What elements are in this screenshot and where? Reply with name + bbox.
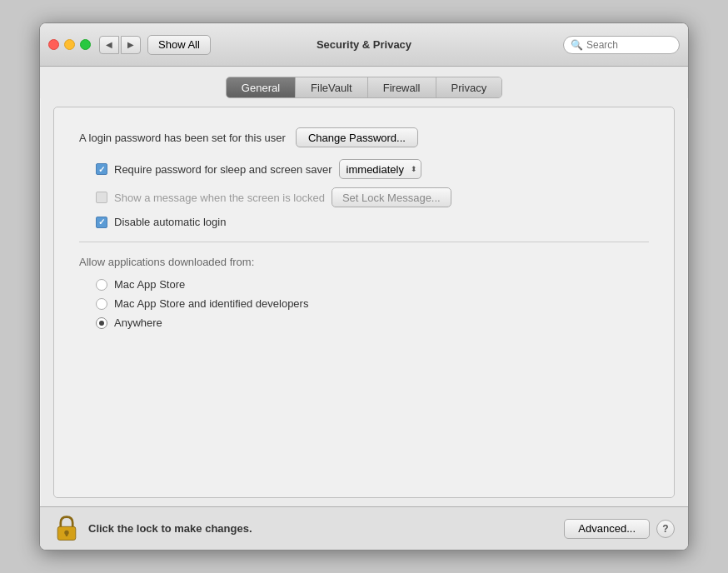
radio-mac-app-store-row: Mac App Store — [96, 278, 649, 291]
advanced-button[interactable]: Advanced... — [564, 519, 650, 539]
show-all-button[interactable]: Show All — [147, 35, 211, 55]
change-password-button[interactable]: Change Password... — [296, 127, 418, 147]
lock-message: Click the lock to make changes. — [88, 522, 564, 535]
back-button[interactable]: ◀ — [99, 36, 119, 54]
minimize-button[interactable] — [64, 39, 75, 50]
tab-general[interactable]: General — [227, 77, 296, 97]
window-title: Security & Privacy — [317, 38, 411, 51]
set-lock-message-button[interactable]: Set Lock Message... — [332, 187, 451, 207]
radio-mac-app-store[interactable] — [96, 279, 107, 291]
password-section: A login password has been set for this u… — [79, 127, 649, 147]
tab-bar: General FileVault Firewall Privacy — [226, 77, 502, 98]
nav-buttons: ◀ ▶ — [99, 36, 141, 54]
radio-anywhere[interactable] — [96, 317, 107, 329]
search-icon: 🔍 — [571, 39, 583, 51]
screen-lock-row: Show a message when the screen is locked… — [96, 187, 649, 207]
forward-icon: ▶ — [127, 40, 134, 49]
radio-identified-developers-row: Mac App Store and identified developers — [96, 297, 649, 310]
radio-anywhere-row: Anywhere — [96, 316, 649, 329]
tabs-area: General FileVault Firewall Privacy — [40, 67, 688, 98]
require-password-checkbox[interactable] — [96, 163, 107, 175]
radio-identified-developers-label: Mac App Store and identified developers — [114, 297, 308, 310]
tab-firewall[interactable]: Firewall — [368, 77, 436, 97]
password-timing-value: immediately — [347, 163, 404, 176]
search-input[interactable] — [586, 39, 672, 51]
svg-rect-2 — [66, 532, 68, 536]
maximize-button[interactable] — [80, 39, 91, 50]
tab-filevault[interactable]: FileVault — [296, 77, 368, 97]
require-password-row: Require password for sleep and screen sa… — [96, 159, 649, 179]
titlebar: ◀ ▶ Show All Security & Privacy 🔍 — [40, 23, 688, 67]
lock-icon[interactable] — [53, 514, 80, 544]
screen-lock-label: Show a message when the screen is locked — [114, 192, 325, 204]
back-icon: ◀ — [106, 40, 112, 49]
checkbox-section: Require password for sleep and screen sa… — [79, 159, 649, 228]
radio-group: Mac App Store Mac App Store and identifi… — [79, 278, 649, 329]
bottom-bar: Click the lock to make changes. Advanced… — [40, 506, 688, 550]
tab-privacy[interactable]: Privacy — [436, 77, 502, 97]
screen-lock-checkbox[interactable] — [96, 192, 107, 203]
search-box[interactable]: 🔍 — [563, 36, 680, 54]
disable-login-checkbox[interactable] — [96, 217, 107, 228]
content-panel: A login password has been set for this u… — [53, 107, 675, 498]
disable-login-label: Disable automatic login — [114, 216, 226, 228]
radio-mac-app-store-identified[interactable] — [96, 298, 107, 310]
close-button[interactable] — [48, 39, 59, 50]
main-window: ◀ ▶ Show All Security & Privacy 🔍 Genera… — [39, 22, 689, 551]
radio-anywhere-label: Anywhere — [114, 316, 162, 329]
help-button[interactable]: ? — [656, 520, 675, 538]
radio-mac-app-store-label: Mac App Store — [114, 278, 185, 291]
traffic-lights — [48, 39, 91, 50]
password-timing-dropdown[interactable]: immediately — [339, 159, 421, 179]
section-divider — [79, 242, 649, 242]
require-password-label: Require password for sleep and screen sa… — [114, 163, 332, 176]
allow-apps-label: Allow applications downloaded from: — [79, 256, 649, 268]
forward-button[interactable]: ▶ — [121, 36, 141, 54]
password-info-label: A login password has been set for this u… — [79, 132, 286, 144]
disable-login-row: Disable automatic login — [96, 216, 649, 228]
